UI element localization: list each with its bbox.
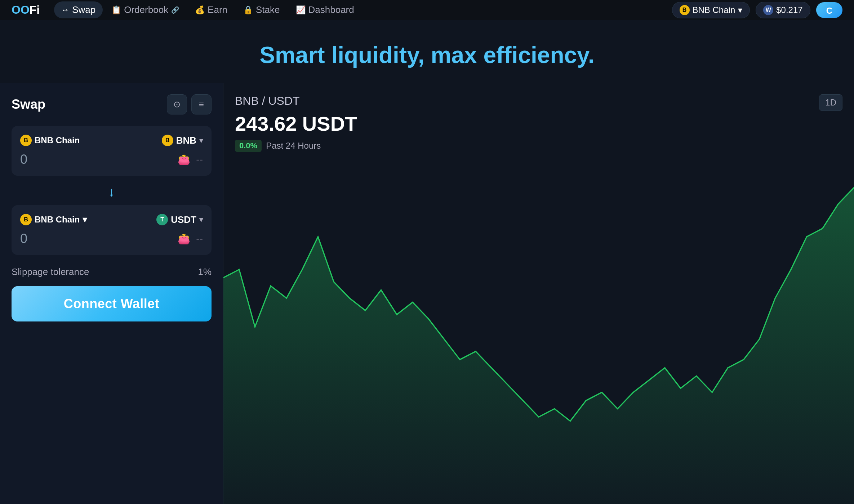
chart-change-row: 0.0% Past 24 Hours bbox=[235, 140, 842, 152]
chain-name: BNB Chain bbox=[693, 5, 735, 15]
orderbook-nav-icon: 📋 bbox=[111, 5, 121, 15]
to-token-input-row: 👛 -- bbox=[20, 231, 203, 246]
arrow-down-icon: ↓ bbox=[108, 184, 115, 199]
change-badge: 0.0% bbox=[235, 140, 262, 152]
to-token-name: USDT bbox=[171, 214, 196, 225]
timeframe-badge[interactable]: 1D bbox=[819, 94, 842, 111]
swap-nav-icon: ↔ bbox=[61, 5, 69, 15]
dashboard-nav-icon: 📈 bbox=[296, 5, 306, 15]
nav-earn-label: Earn bbox=[208, 4, 227, 15]
nav-swap-label: Swap bbox=[72, 4, 95, 15]
swap-controls: ⊙ ≡ bbox=[167, 94, 212, 114]
from-token-selector[interactable]: B BNB ▾ bbox=[162, 135, 203, 146]
swap-panel: Swap ⊙ ≡ B BNB Chain B BNB ▾ bbox=[0, 83, 223, 504]
price-chart-svg bbox=[223, 155, 854, 504]
from-chain-icon: B bbox=[20, 135, 32, 146]
hero-title: Smart liquidity, max efficiency. bbox=[0, 42, 854, 68]
connect-button-nav[interactable]: C bbox=[816, 2, 842, 18]
change-label: Past 24 Hours bbox=[266, 141, 321, 151]
from-token-header: B BNB Chain B BNB ▾ bbox=[20, 135, 203, 146]
to-token-icon: T bbox=[156, 214, 168, 225]
from-chain-label: B BNB Chain bbox=[20, 135, 80, 146]
settings-button[interactable]: ≡ bbox=[191, 94, 212, 114]
from-token-input-icons: 👛 -- bbox=[178, 154, 203, 166]
logo-part2: Fi bbox=[30, 3, 40, 16]
nav-dashboard-label: Dashboard bbox=[308, 4, 354, 15]
from-chain-name: BNB Chain bbox=[35, 135, 80, 145]
from-token-icon: B bbox=[162, 135, 173, 146]
price-value: $0.217 bbox=[776, 5, 802, 15]
nav-item-orderbook[interactable]: 📋 Orderbook 🔗 bbox=[104, 1, 186, 18]
w-token-icon: W bbox=[763, 5, 773, 15]
to-token-input-icons: 👛 -- bbox=[178, 233, 203, 245]
from-token-input-row: 👛 -- bbox=[20, 152, 203, 167]
nav-item-swap[interactable]: ↔ Swap bbox=[54, 1, 103, 18]
swap-header: Swap ⊙ ≡ bbox=[12, 94, 212, 114]
navbar: OOFi ↔ Swap 📋 Orderbook 🔗 💰 Earn 🔒 Stake… bbox=[0, 0, 854, 20]
from-token-chevron-icon: ▾ bbox=[199, 136, 203, 145]
to-token-chevron-icon: ▾ bbox=[199, 215, 203, 224]
to-balance-value: -- bbox=[196, 233, 203, 244]
nav-stake-label: Stake bbox=[256, 4, 280, 15]
to-chain-icon: B bbox=[20, 214, 32, 225]
nav-item-stake[interactable]: 🔒 Stake bbox=[236, 1, 287, 18]
nav-right: B BNB Chain ▾ W $0.217 C bbox=[672, 2, 842, 18]
chart-svg-container bbox=[223, 155, 854, 504]
nav-item-dashboard[interactable]: 📈 Dashboard bbox=[289, 1, 361, 18]
to-chain-name: BNB Chain bbox=[35, 215, 80, 225]
slippage-row: Slippage tolerance 1% bbox=[12, 258, 212, 286]
chart-header: BNB / USDT 243.62 USDT 0.0% Past 24 Hour… bbox=[235, 94, 842, 152]
price-badge: W $0.217 bbox=[756, 2, 810, 18]
to-token-box: B BNB Chain ▾ T USDT ▾ 👛 -- bbox=[12, 205, 212, 255]
chart-area: BNB / USDT 243.62 USDT 0.0% Past 24 Hour… bbox=[223, 83, 854, 504]
to-chain-selector[interactable]: B BNB Chain ▾ bbox=[20, 214, 87, 225]
from-balance-value: -- bbox=[196, 154, 203, 165]
settings-icon: ≡ bbox=[199, 99, 204, 109]
to-token-header: B BNB Chain ▾ T USDT ▾ bbox=[20, 214, 203, 225]
chart-price: 243.62 USDT bbox=[235, 112, 842, 135]
logo: OOFi bbox=[12, 3, 40, 17]
link-icon: 🔗 bbox=[171, 6, 179, 14]
from-token-name: BNB bbox=[176, 135, 196, 146]
swap-title: Swap bbox=[12, 97, 45, 112]
chain-chevron-icon: ▾ bbox=[738, 5, 742, 15]
hero-section: Smart liquidity, max efficiency. bbox=[0, 20, 854, 83]
bnb-chain-nav-icon: B bbox=[680, 5, 690, 15]
to-amount-input[interactable] bbox=[20, 231, 92, 246]
to-chain-chevron-icon: ▾ bbox=[83, 215, 87, 225]
to-wallet-icon[interactable]: 👛 bbox=[178, 233, 190, 245]
nav-item-earn[interactable]: 💰 Earn bbox=[188, 1, 235, 18]
slippage-label: Slippage tolerance bbox=[12, 266, 89, 278]
main-content: Swap ⊙ ≡ B BNB Chain B BNB ▾ bbox=[0, 83, 854, 504]
slippage-value: 1% bbox=[198, 266, 212, 278]
to-token-selector[interactable]: T USDT ▾ bbox=[156, 214, 203, 225]
from-token-box: B BNB Chain B BNB ▾ 👛 -- bbox=[12, 126, 212, 176]
nav-orderbook-label: Orderbook bbox=[124, 4, 168, 15]
swap-direction-button[interactable]: ↓ bbox=[12, 179, 212, 205]
from-amount-input[interactable] bbox=[20, 152, 92, 167]
refresh-icon: ⊙ bbox=[173, 99, 181, 109]
nav-items: ↔ Swap 📋 Orderbook 🔗 💰 Earn 🔒 Stake 📈 Da… bbox=[54, 1, 669, 18]
earn-nav-icon: 💰 bbox=[195, 5, 205, 15]
chain-selector[interactable]: B BNB Chain ▾ bbox=[672, 2, 750, 18]
logo-part1: OO bbox=[12, 3, 30, 16]
refresh-button[interactable]: ⊙ bbox=[167, 94, 187, 114]
pair-title: BNB / USDT bbox=[235, 94, 842, 108]
connect-wallet-button[interactable]: Connect Wallet bbox=[12, 286, 212, 321]
from-wallet-icon[interactable]: 👛 bbox=[178, 154, 190, 166]
stake-nav-icon: 🔒 bbox=[243, 5, 253, 15]
